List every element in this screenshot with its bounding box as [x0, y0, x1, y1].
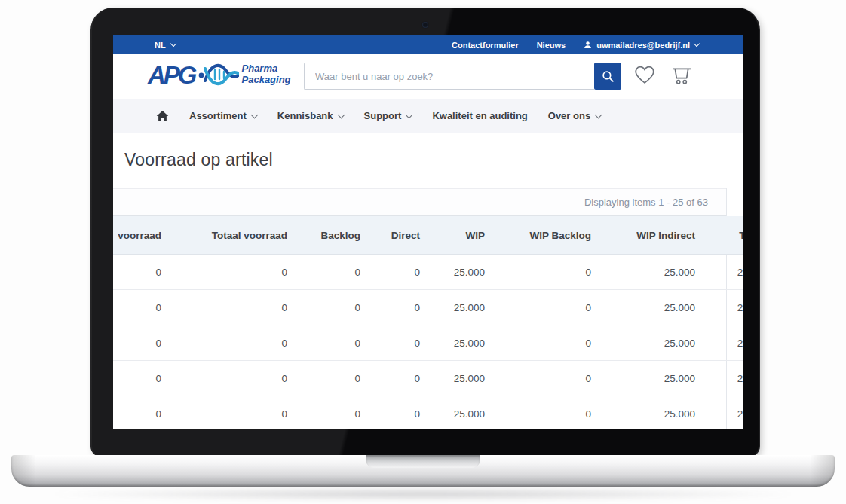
table-cell: 0: [293, 361, 366, 396]
search-button[interactable]: [594, 63, 621, 90]
pagination-status: Displaying items 1 - 25 of 63: [584, 197, 708, 208]
table-cell: 0: [167, 290, 293, 325]
topbar-links: Contactformulier Nieuws uwmailadres@bedr…: [452, 41, 699, 50]
table-cell: 0: [167, 255, 293, 290]
table-cell: 25.000: [426, 396, 491, 430]
table-cell: 0: [293, 290, 366, 325]
webcam-icon: [422, 22, 428, 28]
table-cell: 0: [167, 361, 293, 396]
cart-icon: [670, 65, 693, 85]
table-row: 000025.000025.00025.000: [113, 361, 743, 396]
chevron-down-icon: [250, 111, 258, 118]
top-utility-bar: NL Contactformulier Nieuws uwmailadres@b…: [113, 35, 743, 54]
nav-item-label: Kennisbank: [277, 110, 333, 121]
table-cell: 25.000: [426, 325, 491, 361]
column-header-wip-backlog[interactable]: WIP Backlog: [491, 216, 597, 255]
table-cell: 0: [167, 325, 293, 361]
cart-button[interactable]: [670, 65, 693, 88]
nav-item-kennisbank[interactable]: Kennisbank: [277, 110, 344, 121]
table-cell: 0: [491, 255, 597, 290]
wishlist-button[interactable]: [634, 65, 655, 87]
column-header-voorraad[interactable]: voorraad: [113, 216, 167, 255]
search-bar: [304, 63, 621, 90]
home-icon: [156, 110, 169, 122]
account-menu[interactable]: uwmailadres@bedrijf.nl: [584, 41, 699, 50]
table-cell: 25.000: [701, 325, 743, 361]
table-cell: 25.000: [597, 361, 701, 396]
column-header-direct[interactable]: Direct: [366, 216, 426, 255]
laptop-base: [11, 455, 835, 487]
chevron-down-icon: [170, 41, 176, 47]
table-cell: 25.000: [701, 396, 743, 430]
chevron-down-icon: [694, 41, 700, 47]
table-cell: 0: [113, 361, 167, 396]
table-cell: 0: [366, 361, 426, 396]
table-header-row: voorraadTotaal voorraadBacklogDirectWIPW…: [113, 216, 743, 255]
nav-item-support[interactable]: Support: [364, 110, 412, 121]
logo-acronym: APG: [148, 63, 195, 87]
column-header-totaal-voorraad[interactable]: Totaal voorraad: [167, 216, 293, 255]
stock-table: Displaying items 1 - 25 of 63 voorraadTo…: [113, 188, 727, 429]
column-header-totaal[interactable]: Totaal: [701, 216, 743, 255]
table-cell: 25.000: [701, 290, 743, 325]
table-cell: 25.000: [426, 361, 491, 396]
site-logo[interactable]: APG Pharma Packaging: [148, 60, 291, 90]
table-cell: 0: [491, 361, 597, 396]
table-cell: 0: [491, 396, 597, 430]
nav-item-label: Support: [364, 110, 402, 121]
main-nav: AssortimentKennisbankSupportKwaliteit en…: [113, 99, 743, 133]
table-cell: 0: [167, 396, 293, 430]
table-cell: 0: [293, 396, 366, 430]
table-row: 000025.000025.00025.000: [113, 255, 743, 290]
account-email: uwmailadres@bedrijf.nl: [596, 41, 690, 50]
browser-viewport: NL Contactformulier Nieuws uwmailadres@b…: [113, 35, 743, 429]
user-icon: [584, 41, 592, 49]
table-cell: 25.000: [597, 325, 701, 361]
page-title: Voorraad op artikel: [124, 150, 743, 170]
logo-tagline-line2: Packaging: [242, 75, 291, 86]
laptop-reflection: [53, 487, 793, 501]
stock-grid: voorraadTotaal voorraadBacklogDirectWIPW…: [113, 216, 743, 429]
language-selector[interactable]: NL: [155, 41, 176, 50]
site-header: APG Pharma Packaging: [113, 54, 743, 99]
topbar-link-contactformulier[interactable]: Contactformulier: [452, 41, 519, 50]
table-cell: 0: [293, 255, 366, 290]
topbar-link-nieuws[interactable]: Nieuws: [537, 41, 566, 50]
table-cell: 25.000: [426, 290, 491, 325]
table-cell: 0: [366, 255, 426, 290]
logo-tagline: Pharma Packaging: [242, 63, 291, 86]
table-cell: 0: [113, 325, 167, 361]
nav-item-home[interactable]: [156, 110, 169, 122]
nav-item-assortiment[interactable]: Assortiment: [189, 110, 257, 121]
table-cell: 25.000: [701, 255, 743, 290]
table-row: 000025.000025.00025.000: [113, 396, 743, 430]
table-cell: 25.000: [426, 255, 491, 290]
search-input[interactable]: [304, 63, 594, 90]
column-header-wip[interactable]: WIP: [426, 216, 491, 255]
column-header-backlog[interactable]: Backlog: [293, 216, 366, 255]
chevron-down-icon: [595, 111, 602, 118]
laptop-notch: [366, 455, 480, 468]
table-row: 000025.000025.00025.000: [113, 290, 743, 325]
nav-item-kwaliteit-en-auditing[interactable]: Kwaliteit en auditing: [432, 110, 527, 121]
nav-item-label: Assortiment: [189, 110, 247, 121]
logo-tagline-line1: Pharma: [242, 63, 291, 75]
table-cell: 0: [113, 255, 167, 290]
table-cell: 25.000: [597, 396, 701, 430]
pagination-bar: Displaying items 1 - 25 of 63: [113, 188, 726, 216]
laptop-bezel: NL Contactformulier Nieuws uwmailadres@b…: [90, 8, 760, 457]
table-row: 000025.000025.00025.000: [113, 325, 743, 361]
table-cell: 25.000: [597, 290, 701, 325]
nav-item-label: Kwaliteit en auditing: [432, 110, 527, 121]
search-icon: [601, 69, 615, 84]
nav-item-over-ons[interactable]: Over ons: [548, 110, 601, 121]
table-cell: 0: [366, 396, 426, 430]
dna-helix-icon: [198, 60, 239, 90]
table-cell: 0: [491, 290, 597, 325]
table-cell: 0: [491, 325, 597, 361]
main-nav-items: AssortimentKennisbankSupportKwaliteit en…: [189, 110, 601, 121]
page-content: Voorraad op artikel Displaying items 1 -…: [113, 150, 743, 429]
table-cell: 0: [293, 325, 366, 361]
column-header-wip-indirect[interactable]: WIP Indirect: [597, 216, 701, 255]
chevron-down-icon: [406, 111, 413, 118]
